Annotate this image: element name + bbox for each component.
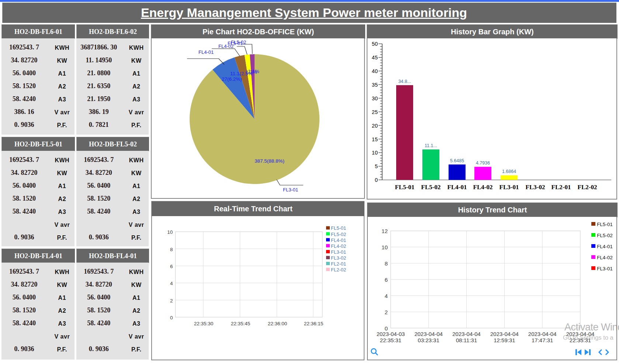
- svg-text:FL5-01: FL5-01: [331, 225, 346, 231]
- svg-text:50: 50: [372, 41, 378, 47]
- svg-text:22:36:00: 22:36:00: [268, 321, 287, 326]
- svg-text:FL3-01: FL3-01: [499, 184, 519, 191]
- svg-text:1.1%: 1.1%: [248, 69, 259, 74]
- svg-text:FL5-02: FL5-02: [421, 184, 441, 191]
- svg-text:11.1...: 11.1...: [425, 143, 437, 148]
- svg-text:FL4-02: FL4-02: [331, 243, 346, 249]
- svg-text:FL5-02: FL5-02: [597, 233, 613, 238]
- svg-text:5.6485: 5.6485: [450, 158, 464, 163]
- svg-text:FL2-01: FL2-01: [551, 184, 571, 191]
- svg-text:FL3-01: FL3-01: [283, 187, 298, 193]
- svg-text:FL3-01: FL3-01: [597, 266, 613, 271]
- svg-text:17:47:31: 17:47:31: [532, 337, 553, 343]
- svg-text:FL2-02: FL2-02: [331, 267, 346, 273]
- svg-text:5: 5: [375, 163, 378, 169]
- svg-text:10: 10: [381, 244, 388, 250]
- svg-text:FL5-01: FL5-01: [395, 184, 415, 191]
- svg-text:35: 35: [372, 82, 378, 88]
- svg-text:0: 0: [170, 315, 173, 320]
- svg-text:20: 20: [372, 123, 378, 129]
- svg-text:22:36:15: 22:36:15: [304, 321, 324, 326]
- svg-text:2023-04-04: 2023-04-04: [528, 331, 557, 337]
- svg-text:2: 2: [170, 298, 173, 304]
- svg-text:FL4-01: FL4-01: [198, 49, 214, 55]
- svg-text:0: 0: [375, 177, 378, 183]
- svg-text:2023-04-04: 2023-04-04: [490, 331, 519, 337]
- svg-text:10: 10: [167, 229, 173, 235]
- svg-text:FL4-01: FL4-01: [597, 244, 613, 249]
- svg-text:8: 8: [170, 247, 173, 252]
- svg-text:6: 6: [385, 277, 388, 283]
- svg-text:4: 4: [170, 281, 173, 286]
- svg-text:03:23:31: 03:23:31: [418, 337, 439, 343]
- svg-text:FL5-02: FL5-02: [331, 232, 346, 237]
- svg-text:FL5-01: FL5-01: [597, 222, 613, 227]
- svg-text:4.7936: 4.7936: [476, 160, 490, 166]
- svg-text:8: 8: [385, 260, 388, 267]
- svg-text:25: 25: [372, 109, 378, 115]
- svg-text:10: 10: [372, 150, 378, 156]
- svg-text:30: 30: [372, 96, 378, 101]
- svg-text:FL2-02: FL2-02: [578, 184, 597, 191]
- svg-text:08:11:31: 08:11:31: [456, 337, 477, 343]
- svg-text:2023-04-04: 2023-04-04: [414, 331, 443, 337]
- svg-text:FL3-02: FL3-02: [331, 255, 346, 261]
- svg-text:15: 15: [372, 136, 378, 142]
- svg-text:2023-04-03: 2023-04-03: [377, 331, 405, 337]
- svg-text:FL3-01: FL3-01: [331, 249, 346, 255]
- svg-text:40: 40: [372, 68, 378, 74]
- svg-text:1.6864: 1.6864: [502, 169, 516, 174]
- svg-text:34.8...: 34.8...: [398, 79, 411, 84]
- svg-text:45: 45: [372, 55, 378, 60]
- svg-text:FL4-02: FL4-02: [473, 184, 493, 191]
- svg-text:FL4-01: FL4-01: [331, 238, 346, 243]
- svg-text:FL2-01: FL2-01: [331, 261, 346, 267]
- svg-text:22:35:30: 22:35:30: [194, 321, 214, 326]
- svg-text:FL4-02: FL4-02: [597, 255, 613, 260]
- svg-text:FL3-02: FL3-02: [526, 184, 545, 191]
- svg-text:387.5(88.8%): 387.5(88.8%): [255, 158, 284, 164]
- svg-text:2: 2: [385, 309, 388, 315]
- svg-text:22:35:45: 22:35:45: [231, 321, 250, 326]
- svg-text:6: 6: [170, 264, 173, 269]
- svg-text:FL4-01: FL4-01: [447, 184, 467, 191]
- svg-text:22:35:31: 22:35:31: [380, 337, 401, 343]
- svg-text:2023-04-04: 2023-04-04: [452, 331, 481, 337]
- svg-text:12:59:31: 12:59:31: [494, 337, 515, 343]
- svg-text:4: 4: [385, 293, 388, 299]
- svg-text:12: 12: [381, 228, 388, 234]
- svg-text:FL5-02: FL5-02: [231, 39, 246, 45]
- svg-text:27(6.2%): 27(6.2%): [222, 76, 242, 82]
